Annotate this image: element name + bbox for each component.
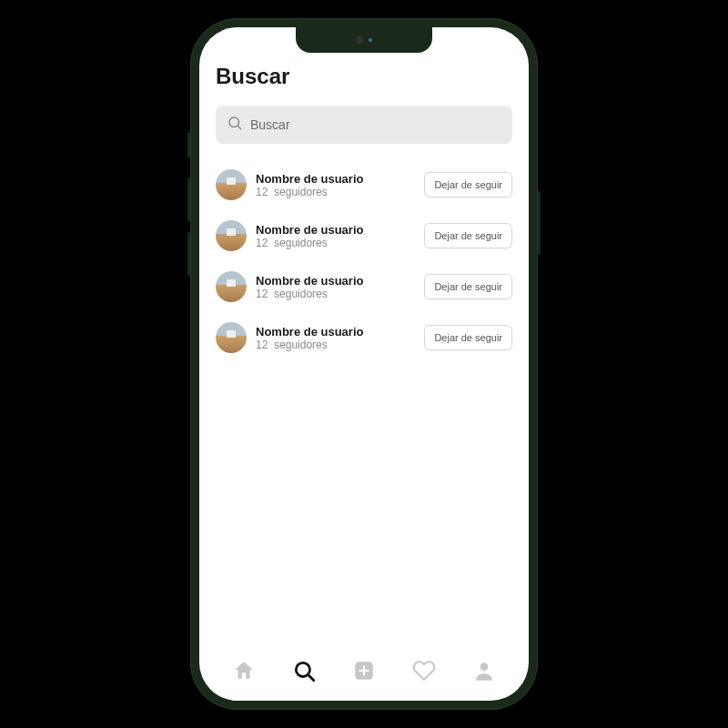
svg-point-0 xyxy=(229,117,239,127)
bottom-nav xyxy=(199,650,529,701)
unfollow-button[interactable]: Dejar de seguir xyxy=(424,223,512,248)
user-list: Nombre de usuario12 seguidoresDejar de s… xyxy=(216,162,512,366)
user-row: Nombre de usuario12 seguidoresDejar de s… xyxy=(216,264,512,315)
home-icon xyxy=(232,659,256,686)
person-icon xyxy=(472,659,496,686)
page-title: Buscar xyxy=(216,64,512,89)
phone-screen: Buscar Nombre de usuario12 seguidoresDej… xyxy=(199,27,529,701)
unfollow-button[interactable]: Dejar de seguir xyxy=(424,274,512,299)
phone-side-button xyxy=(187,232,190,276)
user-followers: 12 seguidores xyxy=(256,339,415,351)
avatar[interactable] xyxy=(216,271,247,302)
avatar[interactable] xyxy=(216,322,247,353)
svg-rect-6 xyxy=(359,670,369,672)
user-row: Nombre de usuario12 seguidoresDejar de s… xyxy=(216,315,512,366)
avatar[interactable] xyxy=(216,169,247,200)
user-row: Nombre de usuario12 seguidoresDejar de s… xyxy=(216,162,512,213)
nav-profile[interactable] xyxy=(468,656,500,689)
unfollow-button[interactable]: Dejar de seguir xyxy=(424,172,512,197)
nav-create[interactable] xyxy=(348,656,380,689)
nav-likes[interactable] xyxy=(408,656,440,689)
svg-line-3 xyxy=(308,675,314,681)
user-name: Nombre de usuario xyxy=(256,172,415,186)
phone-notch xyxy=(296,27,432,53)
user-followers: 12 seguidores xyxy=(256,237,415,249)
user-name: Nombre de usuario xyxy=(256,325,415,339)
user-info: Nombre de usuario12 seguidores xyxy=(256,325,415,351)
svg-line-1 xyxy=(238,126,240,128)
user-info: Nombre de usuario12 seguidores xyxy=(256,274,415,300)
search-bar[interactable] xyxy=(216,106,512,144)
user-info: Nombre de usuario12 seguidores xyxy=(256,172,415,198)
search-input[interactable] xyxy=(250,117,501,132)
phone-side-button xyxy=(538,191,541,255)
phone-side-button xyxy=(187,132,190,157)
unfollow-button[interactable]: Dejar de seguir xyxy=(424,325,512,350)
user-row: Nombre de usuario12 seguidoresDejar de s… xyxy=(216,213,512,264)
user-followers: 12 seguidores xyxy=(256,186,415,198)
user-info: Nombre de usuario12 seguidores xyxy=(256,223,415,249)
phone-frame: Buscar Nombre de usuario12 seguidoresDej… xyxy=(190,18,538,710)
user-name: Nombre de usuario xyxy=(256,223,415,237)
avatar[interactable] xyxy=(216,220,247,251)
heart-icon xyxy=(412,659,436,686)
user-followers: 12 seguidores xyxy=(256,288,415,300)
plus-box-icon xyxy=(352,659,376,686)
screen-content: Buscar Nombre de usuario12 seguidoresDej… xyxy=(199,27,529,650)
nav-home[interactable] xyxy=(228,656,260,689)
svg-point-7 xyxy=(480,662,489,671)
phone-side-button xyxy=(187,177,190,221)
nav-search[interactable] xyxy=(288,656,320,689)
search-icon xyxy=(292,659,316,686)
user-name: Nombre de usuario xyxy=(256,274,415,288)
search-icon xyxy=(227,115,243,135)
